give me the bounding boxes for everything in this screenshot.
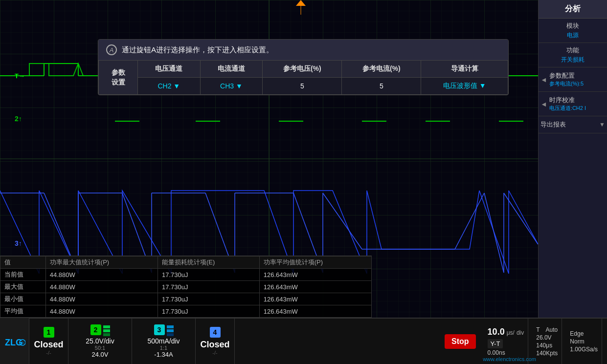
stats-panel: 值 功率最大值统计项(P) 能量损耗统计项(E) 功率平均值统计项(P) 当前值… xyxy=(0,256,372,318)
ch1-num-box: 1 xyxy=(44,327,54,338)
stats-row-min: 最小值 44.880W 17.730uJ 126.643mW xyxy=(0,293,372,305)
stats-pmax-max: 44.880W xyxy=(45,281,157,293)
stats-header-e-loss: 能量损耗统计项(E) xyxy=(158,257,260,269)
export-dropdown: ▼ xyxy=(599,121,605,128)
stats-label-avg: 平均值 xyxy=(0,305,46,318)
stats-header-p-max: 功率最大值统计项(P) xyxy=(45,257,157,269)
yt-button[interactable]: Y-T xyxy=(488,339,503,348)
stats-eloss-min: 17.730uJ xyxy=(158,293,260,305)
params-config-item[interactable]: ◄ 参数配置 参考电流(%):5 xyxy=(539,67,607,92)
norm-row: Norm xyxy=(570,338,598,345)
panel-title: 分析 xyxy=(539,0,607,19)
sample-rate: 1.00GSa/s xyxy=(570,346,598,353)
stats-label-max: 最大值 xyxy=(0,281,46,293)
value-current-ch[interactable]: CH3 ▼ xyxy=(200,78,263,95)
time-calib-label: 时序校准 xyxy=(549,96,586,105)
kpts-row: 140Kpts xyxy=(536,350,558,357)
edge-info-block: Edge Norm 1.00GSa/s xyxy=(566,318,602,364)
time-calib-sub: 电压通道:CH2 I xyxy=(549,105,586,112)
time-unit: μs/ xyxy=(507,329,515,336)
trigger-value: 26.0V xyxy=(536,334,551,341)
col-current-ch: 电流通道 xyxy=(200,61,263,78)
brand-logo: ZLG ® xyxy=(0,318,29,364)
stats-row-current: 当前值 44.880W 17.730uJ 126.643mW xyxy=(0,269,372,281)
ch2-ratio: 50:1 xyxy=(95,345,105,351)
params-config-sub: 参考电流(%):5 xyxy=(549,80,584,87)
sample-rate-row: 1.00GSa/s xyxy=(570,346,598,353)
stats-pavg-max: 126.643mW xyxy=(259,281,371,293)
module-value: 电源 xyxy=(540,31,605,40)
watermark-text: www.elenctronics.com xyxy=(483,356,536,362)
stats-pavg-current: 126.643mW xyxy=(259,269,371,281)
stats-pmax-avg: 44.880W xyxy=(45,305,157,318)
ch2-value: 24.0V xyxy=(92,351,109,358)
ch4-num-box: 4 xyxy=(210,327,221,338)
value-conduction[interactable]: 电压波形值 ▼ xyxy=(421,78,508,95)
info-icon: A xyxy=(106,44,117,55)
div-label-sm: div xyxy=(517,329,524,336)
stats-header-label: 值 xyxy=(0,257,46,269)
stats-header-p-avg: 功率平均值统计项(P) xyxy=(259,257,371,269)
edge-label: Edge xyxy=(570,330,584,337)
ch4-block: 4 Closed -/- xyxy=(196,318,235,364)
settings-table: 参数设置 电压通道 电流通道 参考电压(%) 参考电流(%) 导通计算 CH2 … xyxy=(98,60,508,95)
params-config-arrow: ◄ xyxy=(540,76,547,84)
col-ref-current: 参考电流(%) xyxy=(342,61,421,78)
value-voltage-ch[interactable]: CH2 ▼ xyxy=(138,78,201,95)
time-main-value: 10.0 xyxy=(488,327,505,337)
ch3-indicator-bars xyxy=(167,325,174,336)
ch4-sub-dash: -/- xyxy=(212,350,217,356)
ch1-closed-label: Closed xyxy=(34,340,63,350)
stats-eloss-avg: 17.730uJ xyxy=(158,305,260,318)
ch2-num-box: 2 xyxy=(90,324,101,335)
value-ref-current: 5 xyxy=(342,78,421,95)
panel-function-section: 功能 开关损耗 xyxy=(539,43,607,67)
stats-row-max: 最大值 44.880W 17.730uJ 126.643mW xyxy=(0,281,372,293)
ch3-ratio: 1:1 xyxy=(160,345,167,351)
edge-row: Edge xyxy=(570,330,598,337)
ch3-block: 3 500mA/div 1:1 -1.34A xyxy=(132,318,196,364)
stats-row-avg: 平均值 44.880W 17.730uJ 126.643mW xyxy=(0,305,372,318)
trigger-row: T Auto xyxy=(536,326,558,333)
stats-pavg-min: 126.643mW xyxy=(259,293,371,305)
ch2-marker: 2↑ xyxy=(15,115,22,123)
stop-button[interactable]: Stop xyxy=(445,334,476,349)
t-label: T→ xyxy=(15,72,25,80)
trigger-mode: Auto xyxy=(546,326,558,333)
trigger-val-row: 26.0V xyxy=(536,334,558,341)
function-value: 开关损耗 xyxy=(540,56,605,64)
export-report-item[interactable]: 导出报表 ▼ xyxy=(539,116,607,133)
ch2-div-label: 25.0V/div xyxy=(86,337,114,345)
col-conduction-calc: 导通计算 xyxy=(421,61,508,78)
ch1-sub-dash: -/- xyxy=(46,350,51,356)
ch3-div-label: 500mA/div xyxy=(147,337,180,345)
horizontal-val: 140μs xyxy=(536,342,552,349)
export-label: 导出报表 xyxy=(540,120,566,129)
col-ref-voltage: 参考电压(%) xyxy=(263,61,342,78)
ch3-marker: 3↑ xyxy=(15,239,22,247)
panel-module-section: 模块 电源 xyxy=(539,19,607,43)
horizontal-row: 140μs xyxy=(536,342,558,349)
settings-popup: A 通过旋钮A进行选择操作，按下进入相应设置。 参数设置 电压通道 电流通道 参… xyxy=(98,39,509,95)
stats-eloss-max: 17.730uJ xyxy=(158,281,260,293)
time-calib-arrow: ◄ xyxy=(540,100,547,108)
stats-pmax-min: 44.880W xyxy=(45,293,157,305)
ch3-num-box: 3 xyxy=(154,324,165,335)
function-label: 功能 xyxy=(540,46,605,55)
col-voltage-ch: 电压通道 xyxy=(138,61,201,78)
stats-pavg-avg: 126.643mW xyxy=(259,305,371,318)
module-label: 模块 xyxy=(540,21,605,30)
popup-header: A 通过旋钮A进行选择操作，按下进入相应设置。 xyxy=(98,40,508,60)
params-label: 参数设置 xyxy=(99,61,138,95)
params-config-label: 参数配置 xyxy=(549,71,584,80)
ch4-closed-label: Closed xyxy=(200,340,229,350)
stats-label-min: 最小值 xyxy=(0,293,46,305)
ch1-block: 1 Closed -/- xyxy=(29,318,68,364)
oscilloscope-display: T→ 2↑ 3↑ A 通过旋钮A进行选择操作，按下进入相应设置。 参数设置 电压… xyxy=(0,0,538,318)
time-calibration-item[interactable]: ◄ 时序校准 电压通道:CH2 I xyxy=(539,92,607,116)
trigger-label-t: T xyxy=(536,326,540,333)
stats-eloss-current: 17.730uJ xyxy=(158,269,260,281)
stats-pmax-current: 44.880W xyxy=(45,269,157,281)
time-sub-row: 0.00ns xyxy=(488,349,524,356)
stats-label-current: 当前值 xyxy=(0,269,46,281)
